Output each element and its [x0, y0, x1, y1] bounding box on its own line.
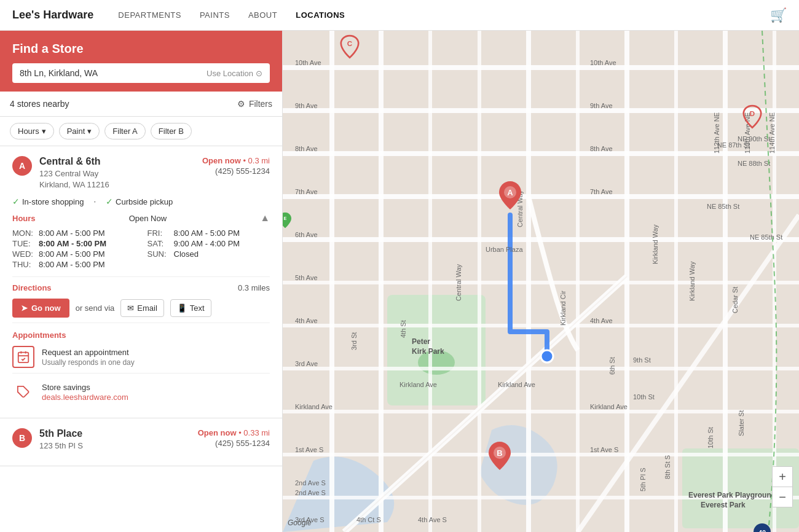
directions-header: Directions 0.3 miles: [12, 283, 270, 292]
appointment-request[interactable]: Request an appointment: [42, 348, 135, 357]
filter-a[interactable]: Filter A: [104, 123, 145, 139]
filter-pills: Hours ▾ Paint ▾ Filter A Filter B: [0, 117, 282, 146]
svg-text:E: E: [284, 216, 287, 222]
map-area: 10th Ave 10th Ave 9th Ave 9th Ave 8th Av…: [283, 31, 799, 532]
svg-text:7th Ave: 7th Ave: [295, 188, 318, 195]
nav-about[interactable]: ABOUT: [248, 10, 277, 20]
store-list: A Central & 6th 123 Central Way Kirkland…: [0, 146, 282, 532]
store-distance-b: 0.33 mi: [243, 428, 270, 437]
hours-row-sat: SAT: 9:00 AM - 4:00 PM: [148, 239, 270, 248]
svg-text:Kirkland Cir: Kirkland Cir: [559, 291, 567, 326]
svg-text:Slater St: Slater St: [738, 410, 745, 436]
brand-logo: Lee's Hardware: [12, 9, 93, 22]
send-email-button[interactable]: ✉ Email: [120, 299, 164, 317]
store-name-b[interactable]: 5th Place: [39, 428, 191, 439]
zoom-in-button[interactable]: +: [773, 467, 792, 487]
directions-label: Directions: [12, 283, 52, 292]
svg-text:C: C: [347, 40, 353, 47]
filters-icon: ⚙: [237, 99, 245, 109]
hours-time-sat: 9:00 AM - 4:00 PM: [174, 239, 240, 248]
send-text-button[interactable]: 📱 Text: [170, 299, 211, 317]
svg-text:9th Ave: 9th Ave: [295, 102, 318, 109]
feature-curbside-label: Curbside pickup: [116, 197, 173, 206]
hours-row-tue: TUE: 8:00 AM - 5:00 PM: [12, 239, 135, 248]
map-marker-a[interactable]: A: [499, 181, 521, 211]
nav-departments[interactable]: DEPARTMENTS: [118, 10, 181, 20]
savings-tag-icon: [12, 381, 34, 403]
svg-text:7th Ave: 7th Ave: [590, 188, 613, 195]
savings-section: Store savings deals.leeshardware.com: [12, 373, 270, 408]
hours-row-thu: THU: 8:00 AM - 5:00 PM: [12, 260, 135, 269]
svg-text:Kirkland Way: Kirkland Way: [651, 224, 659, 264]
appointment-item: Request an appointment Usually responds …: [12, 346, 270, 368]
svg-text:Kirkland Ave: Kirkland Ave: [399, 381, 437, 388]
hours-row-mon: MON: 8:00 AM - 5:00 PM: [12, 229, 135, 238]
hours-section: Hours Open Now ▲ MON: 8:00 AM - 5:00 PM …: [12, 213, 270, 269]
savings-link[interactable]: deals.leeshardware.com: [42, 393, 128, 402]
map-marker-edge: E: [283, 213, 291, 230]
svg-text:B: B: [497, 448, 502, 458]
svg-text:6th Ave: 6th Ave: [295, 231, 318, 238]
use-location-button[interactable]: Use Location ⊙: [207, 69, 262, 78]
filter-paint-label: Paint: [67, 127, 85, 136]
hours-time-mon: 8:00 AM - 5:00 PM: [39, 229, 105, 238]
top-navigation: Lee's Hardware DEPARTMENTS PAINTS ABOUT …: [0, 0, 799, 31]
map-marker-b[interactable]: B: [489, 442, 511, 472]
google-logo: Google: [288, 518, 312, 527]
svg-text:4th Ave: 4th Ave: [590, 317, 613, 324]
store-address-a: 123 Central Way Kirkland, WA 11216: [39, 168, 195, 190]
hours-day-wed: WED:: [12, 249, 34, 259]
directions-section: Directions 0.3 miles ➤ Go now or send vi…: [12, 276, 270, 318]
zoom-out-button[interactable]: −: [773, 487, 792, 507]
map-marker-c[interactable]: C: [340, 33, 360, 61]
stores-count: 4 stores nearby: [10, 99, 231, 109]
svg-text:Peter: Peter: [412, 337, 430, 346]
store-phone-b[interactable]: (425) 555-1234: [198, 439, 270, 448]
store-address-b: 123 5th Pl S: [39, 440, 191, 452]
svg-text:40: 40: [758, 529, 766, 532]
find-store-title: Find a Store: [12, 42, 270, 56]
appointments-section: Appointments Request: [12, 323, 270, 373]
map-marker-d[interactable]: D: [742, 103, 762, 131]
check-icon: ✓: [12, 197, 20, 206]
feature-in-store-label: In-store shopping: [22, 197, 84, 206]
svg-text:5th Pl S: 5th Pl S: [639, 467, 647, 491]
navigation-icon: ➤: [21, 303, 28, 313]
hours-label: Hours: [12, 214, 36, 223]
collapse-icon[interactable]: ▲: [260, 213, 270, 224]
hours-row-fri: FRI: 8:00 AM - 5:00 PM: [148, 229, 270, 238]
svg-text:10th Ave: 10th Ave: [295, 59, 321, 66]
filter-hours[interactable]: Hours ▾: [10, 123, 54, 139]
nav-locations[interactable]: LOCATIONS: [296, 10, 345, 20]
nav-paints[interactable]: PAINTS: [200, 10, 230, 20]
store-distance-value-a: 0.3 mi: [248, 156, 270, 165]
go-now-label: Go now: [31, 303, 61, 313]
svg-text:1st Ave S: 1st Ave S: [295, 446, 323, 453]
store-card-b: B 5th Place 123 5th Pl S Open now • 0.33…: [0, 418, 282, 466]
svg-text:114th Ave NE: 114th Ave NE: [768, 112, 776, 154]
phone-icon: 📱: [177, 303, 187, 313]
location-icon: ⊙: [256, 69, 262, 78]
store-name-a[interactable]: Central & 6th: [39, 156, 195, 167]
appointments-label: Appointments: [12, 331, 270, 340]
go-now-button[interactable]: ➤ Go now: [12, 299, 69, 318]
hours-day-sun: SUN:: [148, 249, 169, 259]
svg-text:10th St: 10th St: [633, 393, 655, 401]
filter-paint[interactable]: Paint ▾: [59, 123, 100, 139]
open-now-label: Open now: [202, 156, 241, 165]
hours-day-tue: TUE:: [12, 239, 34, 248]
filters-button[interactable]: ⚙ Filters: [237, 99, 272, 109]
store-card-a: A Central & 6th 123 Central Way Kirkland…: [0, 146, 282, 418]
svg-text:10th Ave: 10th Ave: [590, 59, 616, 66]
search-input[interactable]: [20, 68, 202, 78]
zoom-controls: + −: [772, 466, 793, 507]
cart-icon[interactable]: 🛒: [770, 7, 787, 23]
filter-b[interactable]: Filter B: [151, 123, 192, 139]
filters-label: Filters: [249, 99, 272, 109]
svg-text:Kirkland Ave: Kirkland Ave: [295, 403, 333, 410]
store-phone-a[interactable]: (425) 555-1234: [202, 166, 270, 176]
svg-text:2nd Ave S: 2nd Ave S: [295, 489, 326, 496]
hours-time-wed: 8:00 AM - 5:00 PM: [39, 249, 105, 259]
chevron-down-icon: ▾: [87, 127, 92, 136]
svg-text:9th Ave: 9th Ave: [590, 102, 613, 109]
